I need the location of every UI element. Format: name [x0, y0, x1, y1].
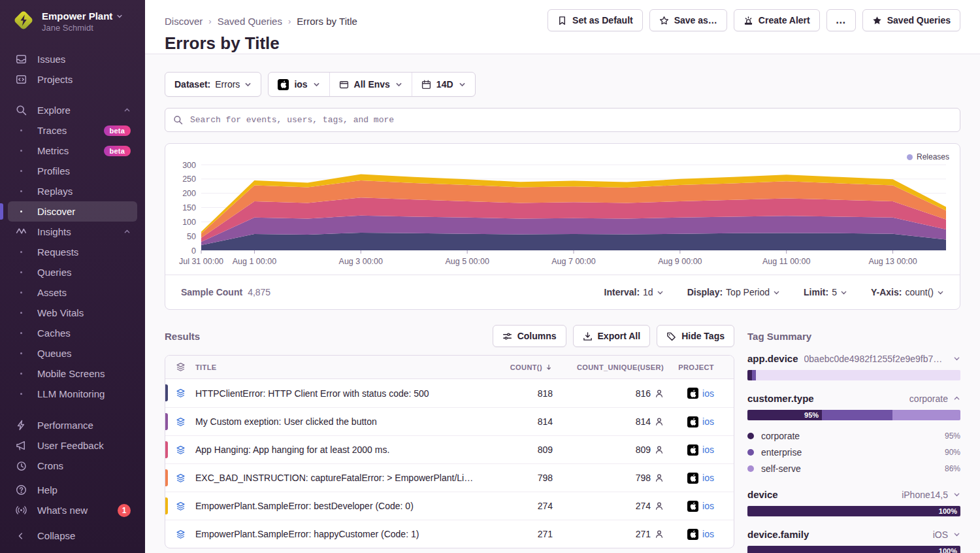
sidebar-collapse-button[interactable]: Collapse — [8, 526, 137, 546]
project-filter[interactable]: ios — [269, 73, 329, 96]
breadcrumb-saved-queries[interactable]: Saved Queries — [218, 16, 282, 27]
export-all-button[interactable]: Export All — [573, 325, 651, 347]
breadcrumb-current: Errors by Title — [297, 16, 357, 27]
search-input[interactable] — [189, 114, 952, 126]
count-unique-cell: 798 — [553, 473, 664, 483]
header-title[interactable]: TITLE — [195, 363, 474, 371]
sidebar-item-requests[interactable]: Requests — [8, 242, 137, 262]
error-title-link[interactable]: EmpowerPlant.SampleError: bestDeveloper … — [195, 501, 474, 511]
tag-distribution-bar[interactable]: 95% — [747, 410, 960, 420]
error-title-link[interactable]: My Custom exeption: User clicked the but… — [195, 416, 474, 427]
set-as-default-button[interactable]: Set as Default — [547, 9, 643, 31]
header-project[interactable]: PROJECT — [664, 363, 734, 371]
sidebar-item-label: Mobile Screens — [37, 368, 105, 379]
project-cell[interactable]: ios — [664, 416, 734, 427]
count-unique-cell: 271 — [553, 529, 664, 539]
header-count-unique[interactable]: COUNT_UNIQUE(USER) — [553, 363, 664, 371]
more-options-button[interactable]: … — [826, 9, 856, 31]
header-count[interactable]: COUNT() — [474, 363, 553, 371]
interval--control[interactable]: Interval:1d — [604, 287, 664, 297]
sidebar-item-help[interactable]: Help — [8, 480, 137, 500]
sidebar-item-traces[interactable]: Tracesbeta — [8, 120, 137, 141]
releases-legend-label: Releases — [917, 152, 949, 161]
layers-icon[interactable] — [165, 529, 195, 539]
project-cell[interactable]: ios — [664, 501, 734, 512]
count-cell: 274 — [474, 501, 553, 511]
sidebar-item-discover[interactable]: Discover — [8, 201, 137, 222]
svg-text:300: 300 — [182, 161, 196, 170]
beta-badge: beta — [104, 126, 131, 136]
sidebar-item-label: Help — [37, 484, 57, 495]
sidebar-item-assets[interactable]: Assets — [8, 282, 137, 303]
sidebar-item-user-feedback[interactable]: User Feedback — [8, 435, 137, 456]
stacked-area-chart[interactable]: Releases 050100150200250300Jul 31 00:00A… — [165, 144, 960, 275]
tag-summary-panel: Tag Summary app.device0baebc0de4982f1255… — [747, 325, 960, 553]
project-cell[interactable]: ios — [664, 388, 734, 399]
sidebar-item-performance[interactable]: Performance — [8, 415, 137, 435]
sidebar-item-issues[interactable]: Issues — [8, 49, 137, 69]
dataset-selector[interactable]: Dataset: Errors — [165, 72, 261, 97]
breadcrumb-discover[interactable]: Discover — [165, 16, 203, 27]
chevron-down-icon[interactable] — [953, 355, 960, 362]
error-title-link[interactable]: EmpowerPlant.SampleError: happyCustomer … — [195, 529, 474, 539]
sidebar-item-caches[interactable]: Caches — [8, 323, 137, 343]
chevron-up-icon[interactable] — [953, 395, 960, 402]
sidebar-item-explore[interactable]: Explore — [8, 100, 137, 120]
tag-value-row[interactable]: corporate95% — [747, 427, 960, 444]
sidebar-item-llm-monitoring[interactable]: LLM Monitoring — [8, 384, 137, 404]
hide-tags-button[interactable]: Hide Tags — [657, 325, 734, 347]
layers-icon[interactable] — [165, 388, 195, 398]
layers-icon[interactable] — [165, 501, 195, 511]
project-cell[interactable]: ios — [664, 473, 734, 484]
svg-text:Aug 1 00:00: Aug 1 00:00 — [233, 257, 276, 266]
tag-bar-percentage: 100% — [939, 507, 957, 516]
tag-distribution-bar[interactable]: 100% — [747, 506, 960, 516]
error-title-link[interactable]: EXC_BAD_INSTRUCTION: captureFatalError: … — [195, 473, 474, 483]
bullet-icon — [14, 251, 27, 253]
sidebar-item-queries[interactable]: Queries — [8, 262, 137, 282]
series-color-bar — [165, 384, 168, 401]
error-title-link[interactable]: HTTPClientError: HTTP Client Error with … — [195, 388, 474, 399]
sidebar-item-what-s-new[interactable]: What's new1 — [8, 500, 137, 520]
sidebar-item-profiles[interactable]: Profiles — [8, 161, 137, 181]
alert-siren-icon — [743, 16, 753, 25]
error-title-link[interactable]: App Hanging: App hanging for at least 20… — [195, 444, 474, 455]
chart-legend[interactable]: Releases — [907, 152, 949, 161]
sidebar-item-metrics[interactable]: Metricsbeta — [8, 141, 137, 161]
limit--control[interactable]: Limit:5 — [804, 287, 847, 297]
create-alert-button[interactable]: Create Alert — [734, 9, 820, 31]
layers-icon[interactable] — [165, 417, 195, 427]
bullet-icon — [14, 129, 27, 131]
chevron-down-icon[interactable] — [953, 491, 960, 498]
chevron-down-icon[interactable] — [953, 531, 960, 538]
tag-value-row[interactable]: enterprise90% — [747, 444, 960, 460]
count-unique-cell: 816 — [553, 388, 664, 399]
tag-distribution-bar[interactable] — [747, 370, 960, 380]
sidebar-item-crons[interactable]: Crons — [8, 456, 137, 476]
save-as-button[interactable]: Save as… — [649, 9, 727, 31]
sidebar-item-queues[interactable]: Queues — [8, 343, 137, 363]
environment-filter[interactable]: All Envs — [329, 73, 412, 96]
layers-icon[interactable] — [165, 445, 195, 455]
date-range-filter[interactable]: 14D — [412, 73, 475, 96]
project-cell[interactable]: ios — [664, 444, 734, 456]
y-axis--control[interactable]: Y-Axis:count() — [871, 287, 944, 297]
display--control[interactable]: Display:Top Period — [687, 287, 780, 297]
tag-value-label: self-serve — [761, 463, 801, 474]
saved-queries-button[interactable]: Saved Queries — [862, 9, 960, 31]
tag-top-value: corporate — [909, 394, 948, 404]
tag-value-row[interactable]: self-serve86% — [747, 460, 960, 477]
columns-button[interactable]: Columns — [493, 325, 566, 347]
sidebar-item-projects[interactable]: Projects — [8, 69, 137, 90]
layers-icon[interactable] — [165, 473, 195, 483]
project-cell[interactable]: ios — [664, 529, 734, 540]
sidebar-item-mobile-screens[interactable]: Mobile Screens — [8, 363, 137, 384]
sidebar-item-replays[interactable]: Replays — [8, 181, 137, 201]
sidebar-item-label: Issues — [37, 54, 65, 65]
tag-distribution-bar[interactable]: 100% — [747, 546, 960, 553]
releases-legend-dot — [907, 154, 913, 160]
org-switcher[interactable]: Empower Plant Jane Schmidt — [0, 0, 145, 41]
tag-summary-title: Tag Summary — [747, 325, 960, 347]
sidebar-item-insights[interactable]: Insights — [8, 222, 137, 242]
sidebar-item-web-vitals[interactable]: Web Vitals — [8, 303, 137, 323]
